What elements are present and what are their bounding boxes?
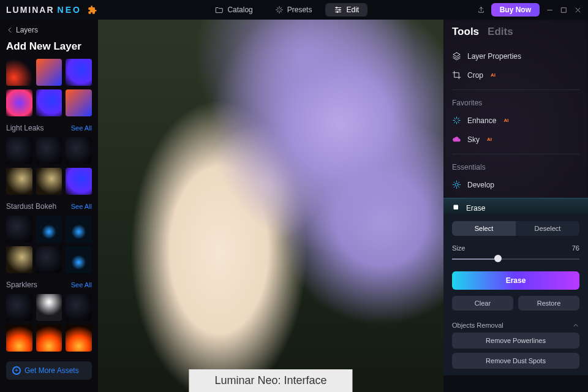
chevron-up-icon — [572, 322, 579, 329]
sun-icon — [452, 180, 461, 189]
layer-thumb[interactable] — [66, 137, 92, 164]
layer-thumb[interactable] — [36, 294, 62, 321]
select-button[interactable]: Select — [452, 221, 516, 236]
left-panel: Layers Add New Layer Light Leaks See All — [0, 20, 98, 392]
layer-thumb[interactable] — [66, 168, 92, 195]
folder-icon — [215, 6, 224, 14]
see-all-link[interactable]: See All — [71, 203, 92, 210]
sliders-icon — [334, 6, 342, 14]
close-icon[interactable] — [574, 6, 582, 14]
plus-circle-icon: + — [12, 366, 21, 375]
tab-catalog-label: Catalog — [227, 6, 252, 14]
layer-thumb[interactable] — [6, 325, 32, 352]
section-head-stardust: Stardust Bokeh See All — [6, 202, 92, 211]
layer-thumb[interactable] — [66, 216, 92, 243]
section-head-light-leaks: Light Leaks See All — [6, 124, 92, 132]
svg-rect-6 — [454, 205, 459, 210]
select-deselect-segment: Select Deselect — [452, 221, 579, 236]
top-bar: LUMINAR NEO Catalog Presets Edit Buy Now — [0, 0, 588, 20]
crop-icon — [452, 70, 461, 80]
tool-label: Layer Properties — [467, 52, 521, 61]
layer-thumb[interactable] — [66, 294, 92, 321]
tab-presets[interactable]: Presets — [266, 3, 321, 17]
ai-badge: AI — [503, 118, 508, 123]
objects-removal-label: Objects Removal — [452, 322, 503, 329]
section-label: Light Leaks — [6, 124, 43, 132]
erase-action-button[interactable]: Erase — [452, 271, 579, 290]
restore-button[interactable]: Restore — [518, 296, 579, 311]
share-icon[interactable] — [477, 6, 485, 14]
layer-thumb[interactable] — [6, 137, 32, 164]
layer-thumb[interactable] — [36, 59, 62, 86]
tool-label: Sky — [467, 135, 480, 144]
remove-powerlines-button[interactable]: Remove Powerlines — [452, 333, 579, 349]
sparkle-icon — [275, 6, 284, 14]
deselect-button[interactable]: Deselect — [516, 221, 579, 236]
ai-badge: AI — [491, 72, 496, 78]
brand-name: LUMINAR — [6, 5, 55, 15]
svg-point-5 — [455, 183, 458, 186]
size-value: 76 — [572, 244, 579, 252]
favorites-heading: Favorites — [452, 99, 579, 107]
enhance-icon — [452, 116, 461, 125]
back-to-layers[interactable]: Layers — [6, 26, 92, 34]
tool-develop[interactable]: Develop — [452, 175, 579, 194]
tab-presets-label: Presets — [287, 6, 312, 14]
tab-edit[interactable]: Edit — [325, 3, 368, 17]
layer-thumb[interactable] — [6, 216, 32, 243]
layer-thumb[interactable] — [36, 168, 62, 195]
chevron-left-icon — [6, 26, 13, 34]
size-slider[interactable] — [452, 254, 579, 263]
clear-button[interactable]: Clear — [452, 296, 513, 311]
tab-edit-label: Edit — [346, 6, 359, 14]
tool-layer-properties[interactable]: Layer Properties — [452, 47, 579, 66]
layer-thumb[interactable] — [66, 59, 92, 86]
layer-thumb[interactable] — [6, 89, 32, 116]
layer-thumb[interactable] — [66, 325, 92, 352]
objects-removal-header[interactable]: Objects Removal — [452, 318, 579, 333]
maximize-icon[interactable] — [560, 6, 568, 14]
slider-knob[interactable] — [494, 255, 502, 262]
minimize-icon[interactable] — [546, 6, 554, 14]
erase-icon — [452, 203, 461, 213]
layer-thumb[interactable] — [66, 246, 92, 273]
section-label: Stardust Bokeh — [6, 202, 56, 211]
tool-crop[interactable]: Crop AI — [452, 66, 579, 85]
tab-tools[interactable]: Tools — [452, 26, 479, 38]
back-label: Layers — [16, 26, 38, 34]
see-all-link[interactable]: See All — [71, 281, 92, 288]
layer-thumb[interactable] — [36, 246, 62, 273]
layer-thumb[interactable] — [6, 294, 32, 321]
layer-thumb[interactable] — [6, 168, 32, 195]
buy-now-button[interactable]: Buy Now — [491, 3, 540, 17]
extensions-icon[interactable] — [88, 5, 97, 15]
layer-thumb[interactable] — [66, 89, 92, 116]
add-layer-heading: Add New Layer — [6, 40, 92, 53]
size-label: Size — [452, 244, 465, 252]
remove-dust-button[interactable]: Remove Dust Spots — [452, 353, 579, 369]
tool-enhance[interactable]: Enhance AI — [452, 111, 579, 130]
tool-erase-header[interactable]: Erase — [452, 203, 579, 213]
erase-controls: Select Deselect Size 76 Erase Clear Rest… — [443, 214, 588, 375]
right-panel: Tools Edits Layer Properties Crop AI Fav… — [443, 20, 588, 392]
layer-thumb[interactable] — [6, 246, 32, 273]
main-layout: Layers Add New Layer Light Leaks See All — [0, 20, 588, 392]
tab-catalog[interactable]: Catalog — [206, 3, 261, 17]
layer-thumb[interactable] — [6, 59, 32, 86]
tool-label: Enhance — [467, 116, 496, 125]
right-panel-tabs: Tools Edits — [452, 26, 579, 38]
layer-thumb[interactable] — [36, 89, 62, 116]
tool-label: Erase — [466, 204, 485, 213]
svg-rect-3 — [562, 7, 567, 12]
layer-thumb[interactable] — [36, 137, 62, 164]
divider — [452, 154, 579, 154]
layer-thumb[interactable] — [36, 216, 62, 243]
tab-edits[interactable]: Edits — [488, 26, 513, 38]
layer-thumb[interactable] — [36, 325, 62, 352]
top-tabs: Catalog Presets Edit — [97, 3, 477, 17]
see-all-link[interactable]: See All — [71, 124, 92, 132]
get-more-assets-button[interactable]: + Get More Assets — [6, 361, 92, 380]
tool-sky[interactable]: Sky AI — [452, 130, 579, 149]
top-right-controls: Buy Now — [477, 3, 582, 17]
canvas[interactable]: 26% Actions Luminar Neo: Interface — [98, 20, 443, 392]
